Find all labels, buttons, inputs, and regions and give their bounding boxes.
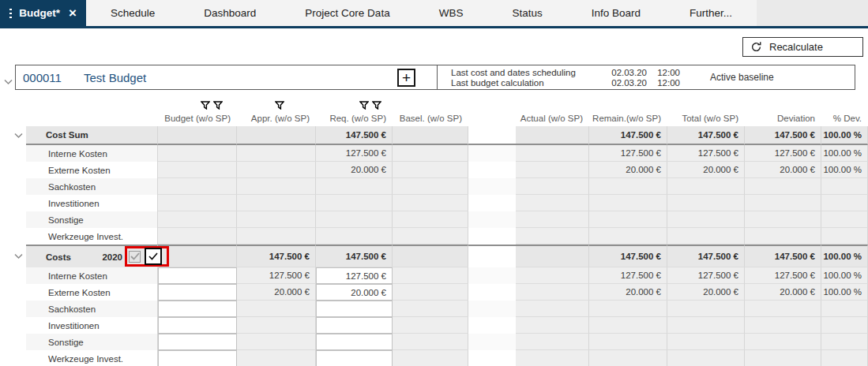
row-label: Interne Kosten [26,145,158,162]
cell-pdev [821,228,868,245]
filter-icons [359,101,381,111]
cell-actual [516,211,589,228]
cell-deviation [745,211,821,228]
cell-budget[interactable] [158,284,237,301]
baseline-checkbox-disabled [129,251,141,263]
cell-deviation [745,334,821,350]
cell-deviation: 127.500 € [745,267,821,284]
cell-basel [393,284,468,301]
group-cell-req: 147.500 € [316,245,393,267]
cell-basel [393,178,468,195]
column-header-label: Budget (w/o SP) [164,114,231,123]
tab-further[interactable]: Further... [665,0,757,26]
cell-actual [516,178,589,195]
cell-req[interactable]: 127.500 € [316,267,393,284]
cell-req[interactable] [316,317,393,334]
cell-req [316,228,393,245]
row-label: Werkzeuge Invest. [26,350,158,366]
cell-budget [158,195,237,211]
chevron-down-icon[interactable] [14,131,23,140]
project-id: 000011 [23,71,62,84]
filter-icon[interactable] [359,101,369,111]
cell-budget[interactable] [158,334,237,350]
cell-pdev [821,195,868,211]
cell-budget [158,162,237,178]
row-label: Werkzeuge Invest. [26,228,158,245]
row-label: Externe Kosten [26,162,158,178]
group-cell-pdev: 100.00 % [821,245,868,267]
tab-budget-active[interactable]: Budget* × [0,0,86,26]
row-gutter [0,126,26,145]
row-label: Sachkosten [26,301,158,317]
row-gutter [0,245,26,267]
column-header-label-spacer [26,92,158,126]
close-tab-icon[interactable]: × [69,6,77,20]
group-cell-remain: 147.500 € [589,245,667,267]
tab-dashboard[interactable]: Dashboard [179,0,280,26]
cell-basel [393,301,468,317]
cell-total [667,195,745,211]
column-header-budget: Budget (w/o SP) [158,92,237,126]
tab-wbs[interactable]: WBS [415,0,488,26]
tab-project-core-data[interactable]: Project Core Data [280,0,414,26]
tab-list: ScheduleDashboardProject Core DataWBSSta… [86,0,757,26]
cell-req[interactable] [316,350,393,366]
cell-budget[interactable] [158,267,237,284]
row-gutter [0,301,26,317]
row-label: Investitionen [26,317,158,334]
group-name: Costs [46,252,71,262]
column-gap-cell [468,284,516,301]
project-info-section: Last cost and dates scheduling 02.03.20 … [438,65,855,89]
tab-info-board[interactable]: Info Board [567,0,665,26]
cell-pdev: 100.00 % [821,284,868,301]
column-gap-cell [468,317,516,334]
column-header-label: Remain.(w/o SP) [592,114,661,123]
cell-req: 20.000 € [316,162,393,178]
column-gap-cell [468,245,516,267]
tab-bar-filler [757,0,868,26]
approval-checkbox[interactable] [145,248,162,265]
cell-remain [589,178,667,195]
tab-status[interactable]: Status [487,0,566,26]
filter-icon[interactable] [213,101,223,111]
cell-budget[interactable] [158,350,237,366]
cell-budget[interactable] [158,301,237,317]
cell-appr [237,228,316,245]
scheduling-info: Last cost and dates scheduling 02.03.20 … [451,68,680,88]
cell-pdev: 100.00 % [821,162,868,178]
group-cell-basel [393,126,468,145]
cell-budget [158,178,237,195]
row-gutter [0,145,26,162]
info-date: 02.03.20 [607,78,647,88]
cell-deviation [745,301,821,317]
group-cell-appr: 147.500 € [237,245,316,267]
row-label: Sachkosten [26,178,158,195]
cell-budget[interactable] [158,317,237,334]
column-gap-cell [468,334,516,350]
cell-actual [516,195,589,211]
column-header-label: Deviation [777,114,815,123]
cell-pdev [821,317,868,334]
cell-deviation [745,178,821,195]
cell-req[interactable] [316,301,393,317]
group-cell-actual [516,126,589,145]
tab-schedule[interactable]: Schedule [86,0,179,26]
project-name: Test Budget [84,71,146,84]
cell-req[interactable]: 20.000 € [316,284,393,301]
chevron-down-icon[interactable] [14,252,23,261]
filter-icon[interactable] [372,101,381,111]
cell-deviation: 20.000 € [745,284,821,301]
cell-deviation [745,195,821,211]
filter-icon[interactable] [201,101,210,111]
filter-icon[interactable] [275,101,284,111]
cell-pdev: 100.00 % [821,145,868,162]
add-budget-year-button[interactable]: + [397,69,415,87]
group-cell-budget [158,126,237,145]
recalculate-button[interactable]: Recalculate [742,37,863,57]
filter-icons [201,101,223,111]
collapse-header-chevron-icon[interactable] [4,74,13,88]
table-row-sachkosten-1: Sachkosten [0,301,868,317]
cell-basel [393,145,468,162]
cell-req[interactable] [316,334,393,350]
hamburger-menu-icon[interactable] [9,9,12,18]
